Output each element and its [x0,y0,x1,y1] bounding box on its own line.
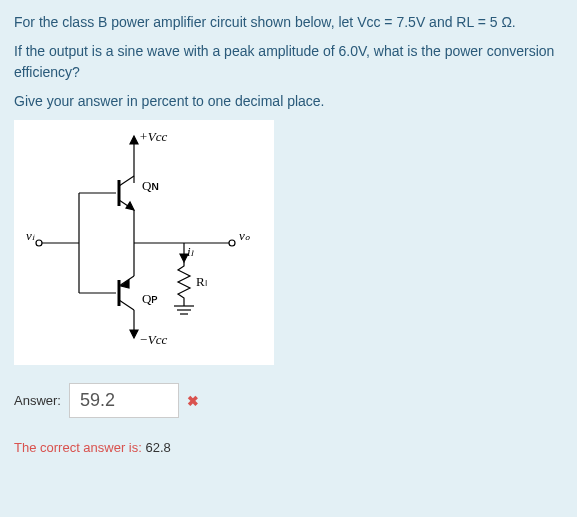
rl-label: Rₗ [196,274,207,289]
answer-label: Answer: [14,393,61,408]
svg-marker-21 [130,330,138,338]
answer-row: Answer: ✖ [14,383,563,418]
vi-label: vᵢ [26,228,35,243]
question-line-3: Give your answer in percent to one decim… [14,91,563,112]
svg-marker-6 [126,202,134,210]
svg-line-4 [119,176,134,186]
qn-label: Qɴ [142,178,159,193]
circuit-diagram: +Vcc −Vcc Qɴ Qᴘ vᵢ vₒ iₗ Rₗ [14,120,274,365]
svg-marker-1 [130,136,138,144]
question-line-1: For the class B power amplifier circuit … [14,12,563,33]
qp-label: Qᴘ [142,291,158,306]
correct-prefix: The correct answer is: [14,440,146,455]
circuit-svg: +Vcc −Vcc Qɴ Qᴘ vᵢ vₒ iₗ Rₗ [24,128,264,358]
incorrect-icon: ✖ [187,393,199,409]
svg-point-9 [229,240,235,246]
svg-point-22 [36,240,42,246]
question-text: For the class B power amplifier circuit … [14,12,563,112]
answer-input[interactable] [69,383,179,418]
question-line-2: If the output is a sine wave with a peak… [14,41,563,83]
vcc-top-label: +Vcc [139,129,167,144]
correct-value: 62.8 [146,440,171,455]
vcc-bot-label: −Vcc [139,332,167,347]
vo-label: vₒ [239,228,251,243]
svg-line-19 [119,300,134,310]
correct-answer-row: The correct answer is: 62.8 [14,440,563,455]
il-label: iₗ [187,244,195,259]
